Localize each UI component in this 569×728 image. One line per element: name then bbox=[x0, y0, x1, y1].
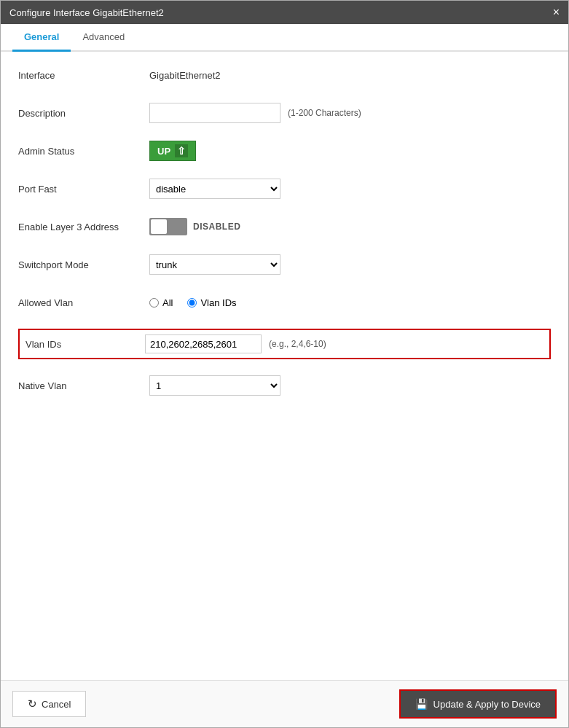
port-fast-select[interactable]: disable enable bbox=[149, 179, 280, 199]
admin-status-button[interactable]: UP ⇧ bbox=[149, 141, 196, 161]
layer3-toggle-label: DISABLED bbox=[193, 222, 240, 232]
vlan-ids-label: Vlan IDs bbox=[25, 339, 145, 350]
toggle-knob bbox=[151, 219, 167, 234]
cancel-label: Cancel bbox=[42, 699, 71, 710]
interface-label: Interface bbox=[18, 70, 149, 81]
vlan-ids-hint: (e.g., 2,4,6-10) bbox=[269, 339, 326, 349]
tab-advanced[interactable]: Advanced bbox=[71, 24, 136, 52]
update-apply-button[interactable]: 💾 Update & Apply to Device bbox=[399, 689, 557, 719]
native-vlan-row: Native Vlan 1 2 3 bbox=[18, 374, 551, 397]
admin-status-value: UP bbox=[157, 146, 170, 157]
description-row: Description (1-200 Characters) bbox=[18, 101, 551, 125]
description-label: Description bbox=[18, 108, 149, 119]
allowed-vlan-radio-group: All Vlan IDs bbox=[149, 297, 237, 308]
interface-row: Interface GigabitEthernet2 bbox=[18, 63, 551, 87]
native-vlan-select[interactable]: 1 2 3 bbox=[149, 375, 280, 396]
dialog-body: General Advanced Interface GigabitEthern… bbox=[1, 24, 568, 727]
allowed-vlan-label: Allowed Vlan bbox=[18, 297, 149, 308]
native-vlan-label: Native Vlan bbox=[18, 380, 149, 391]
radio-vlanids-label: Vlan IDs bbox=[200, 297, 236, 308]
switchport-select[interactable]: access trunk bbox=[149, 254, 280, 275]
close-button[interactable]: × bbox=[553, 7, 560, 18]
tab-general[interactable]: General bbox=[12, 24, 71, 52]
vlan-ids-highlighted-row: Vlan IDs (e.g., 2,4,6-10) bbox=[18, 329, 551, 359]
allowed-vlan-row: Allowed Vlan All Vlan IDs bbox=[18, 291, 551, 314]
layer3-row: Enable Layer 3 Address DISABLED bbox=[18, 215, 551, 238]
radio-all-label: All bbox=[162, 297, 173, 308]
description-hint: (1-200 Characters) bbox=[288, 108, 361, 118]
update-icon: 💾 bbox=[415, 698, 428, 710]
dialog-footer: ↻ Cancel 💾 Update & Apply to Device bbox=[1, 680, 568, 727]
dialog-title: Configure Interface GigabitEthernet2 bbox=[9, 7, 164, 18]
port-fast-row: Port Fast disable enable bbox=[18, 177, 551, 200]
layer3-toggle[interactable] bbox=[149, 218, 187, 235]
update-label: Update & Apply to Device bbox=[433, 699, 541, 710]
admin-status-arrow-icon: ⇧ bbox=[175, 144, 188, 157]
admin-status-label: Admin Status bbox=[18, 146, 149, 157]
switchport-label: Switchport Mode bbox=[18, 259, 149, 270]
port-fast-label: Port Fast bbox=[18, 184, 149, 195]
configure-interface-dialog: Configure Interface GigabitEthernet2 × G… bbox=[0, 0, 569, 728]
radio-option-all[interactable]: All bbox=[149, 297, 173, 308]
vlan-ids-input[interactable] bbox=[145, 334, 262, 353]
cancel-button[interactable]: ↻ Cancel bbox=[12, 691, 86, 717]
dialog-titlebar: Configure Interface GigabitEthernet2 × bbox=[1, 1, 568, 24]
tabs-bar: General Advanced bbox=[1, 24, 568, 52]
cancel-icon: ↻ bbox=[28, 697, 37, 711]
radio-vlanids[interactable] bbox=[187, 298, 197, 308]
description-input[interactable] bbox=[149, 103, 280, 123]
layer3-label: Enable Layer 3 Address bbox=[18, 222, 149, 232]
admin-status-row: Admin Status UP ⇧ bbox=[18, 139, 551, 163]
switchport-mode-row: Switchport Mode access trunk bbox=[18, 253, 551, 276]
form-area: Interface GigabitEthernet2 Description (… bbox=[1, 52, 568, 680]
radio-all[interactable] bbox=[149, 298, 159, 308]
radio-option-vlanids[interactable]: Vlan IDs bbox=[187, 297, 236, 308]
vlan-ids-row-container: Vlan IDs (e.g., 2,4,6-10) bbox=[18, 329, 551, 359]
layer3-toggle-wrapper: DISABLED bbox=[149, 218, 240, 235]
interface-value: GigabitEthernet2 bbox=[149, 70, 221, 81]
